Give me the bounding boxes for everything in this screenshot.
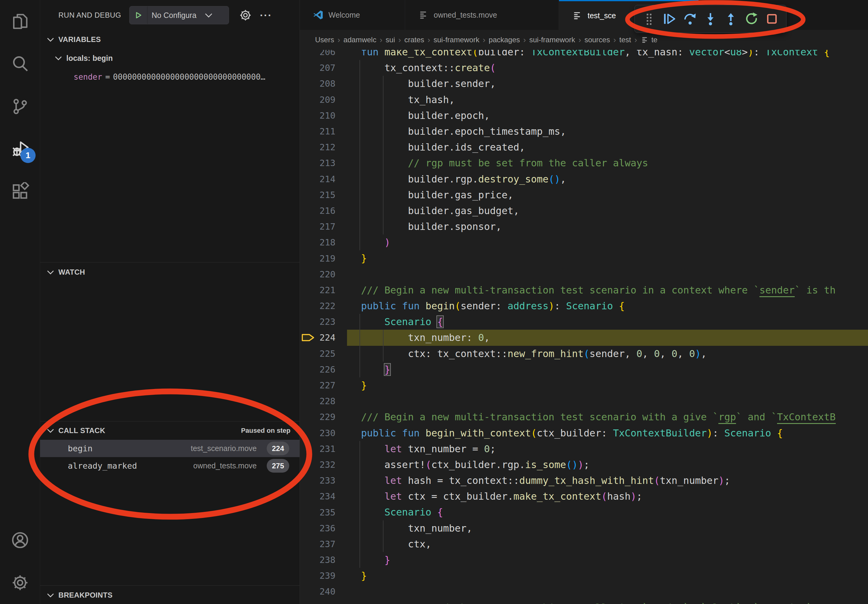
line-number[interactable]: 234	[320, 491, 347, 502]
step-into-button[interactable]	[701, 9, 720, 28]
line-number[interactable]: 238	[320, 555, 347, 565]
line-content[interactable]: /// Begin a new multi-transaction test s…	[347, 282, 868, 298]
line-content[interactable]: ctx,	[347, 536, 868, 552]
step-out-button[interactable]	[721, 9, 740, 28]
call-stack-frame[interactable]: begintest_scenario.move224	[40, 440, 299, 457]
toolbar-drag-handle[interactable]	[640, 9, 659, 28]
line-content[interactable]: builder.ids_created,	[347, 139, 868, 155]
breadcrumb-item[interactable]: sui-framework	[529, 36, 575, 44]
line-content[interactable]: /// Creates and shares system objects, a…	[347, 600, 868, 604]
line-number[interactable]: 211	[320, 126, 347, 136]
breadcrumb-item[interactable]: sui-framework	[433, 36, 479, 44]
step-over-button[interactable]	[680, 9, 699, 28]
line-number[interactable]: 218	[320, 237, 347, 248]
line-content[interactable]: public fun begin(sender: address): Scena…	[347, 298, 868, 314]
line-content[interactable]: /// Begin a new multi-transaction test s…	[347, 409, 868, 425]
breadcrumb-item[interactable]: adamwelc	[343, 36, 376, 44]
variables-scope-row[interactable]: locals: begin	[40, 49, 299, 68]
line-number[interactable]: 209	[320, 94, 347, 105]
line-content[interactable]: builder.sender,	[347, 76, 868, 91]
variables-section-header[interactable]: VARIABLES	[40, 30, 299, 49]
continue-button[interactable]	[660, 9, 679, 28]
line-content[interactable]: ctx: tx_context::new_from_hint(sender, 0…	[347, 346, 868, 362]
line-number[interactable]: 229	[320, 412, 347, 422]
activity-item-settings[interactable]	[0, 561, 40, 604]
line-number[interactable]: 231	[320, 444, 347, 454]
line-content[interactable]: let txn_number = 0;	[347, 441, 868, 457]
line-number[interactable]: 226	[320, 364, 347, 375]
line-number[interactable]: 236	[320, 523, 347, 533]
line-content[interactable]: tx_hash,	[347, 92, 868, 108]
line-content[interactable]: }	[347, 568, 868, 584]
line-number[interactable]: 215	[320, 190, 347, 200]
line-number[interactable]: 240	[320, 586, 347, 597]
breadcrumb-item[interactable]: crates	[404, 36, 424, 44]
start-debug-icon[interactable]	[130, 6, 147, 24]
line-content[interactable]: }	[347, 552, 868, 568]
line-content[interactable]: builder.epoch,	[347, 108, 868, 124]
call-stack-section-header[interactable]: CALL STACK Paused on step	[40, 421, 299, 440]
activity-item-source-control[interactable]	[0, 85, 40, 128]
tab-owned-tests-move[interactable]: owned_tests.move	[405, 0, 559, 30]
line-content[interactable]: }	[347, 250, 868, 266]
watch-section-header[interactable]: WATCH	[40, 262, 299, 282]
line-content[interactable]	[347, 393, 868, 409]
line-number[interactable]: 232	[320, 460, 347, 470]
line-number[interactable]: 220	[320, 269, 347, 279]
line-number[interactable]: 239	[320, 570, 347, 581]
line-content[interactable]: Scenario {	[347, 504, 868, 520]
line-content[interactable]: }	[347, 362, 868, 378]
line-content[interactable]: }	[347, 378, 868, 393]
line-content[interactable]: builder.sponsor,	[347, 219, 868, 234]
line-number[interactable]: 212	[320, 142, 347, 152]
line-number[interactable]: 222	[320, 301, 347, 311]
line-number[interactable]: 225	[320, 348, 347, 359]
line-content[interactable]: let hash = tx_context::dummy_tx_hash_wit…	[347, 472, 868, 488]
line-number[interactable]: 207	[320, 63, 347, 73]
line-content[interactable]: builder.gas_price,	[347, 187, 868, 203]
line-number[interactable]: 210	[320, 110, 347, 121]
activity-item-accounts[interactable]	[0, 519, 40, 561]
line-content[interactable]: Scenario {	[347, 314, 868, 330]
breadcrumb-item[interactable]: sui	[386, 36, 395, 44]
line-number[interactable]: 208	[320, 79, 347, 89]
line-number[interactable]: 230	[320, 428, 347, 438]
activity-item-search[interactable]	[0, 43, 40, 85]
line-number[interactable]: 221	[320, 285, 347, 295]
line-number[interactable]: 223	[320, 317, 347, 327]
line-number[interactable]: 228	[320, 396, 347, 406]
line-number[interactable]: 235	[320, 507, 347, 517]
line-content[interactable]: public fun begin_with_context(ctx_builde…	[347, 425, 868, 441]
code-editor[interactable]: 206fun make_tx_context(builder: TxContex…	[300, 44, 868, 604]
line-content[interactable]: )	[347, 234, 868, 250]
line-number[interactable]: 241	[320, 602, 347, 604]
line-number[interactable]: 227	[320, 380, 347, 390]
line-number[interactable]: 233	[320, 475, 347, 486]
breadcrumb-item[interactable]: packages	[489, 36, 520, 44]
line-content[interactable]: builder.gas_budget,	[347, 203, 868, 219]
call-stack-frame[interactable]: already_markedowned_tests.move275	[40, 457, 299, 474]
stop-button[interactable]	[763, 9, 781, 28]
tab-welcome[interactable]: Welcome	[300, 0, 405, 30]
activity-item-run-and-debug[interactable]: 1	[0, 128, 40, 170]
line-content[interactable]: let ctx = ctx_builder.make_tx_context(ha…	[347, 488, 868, 504]
line-number[interactable]: 213	[320, 158, 347, 168]
line-number[interactable]: 214	[320, 174, 347, 184]
debug-config-dropdown[interactable]: No Configura	[129, 6, 229, 24]
line-content[interactable]: builder.epoch_timestamp_ms,	[347, 124, 868, 139]
breadcrumb-file[interactable]: te	[640, 36, 657, 44]
line-content[interactable]: builder.rgp.destroy_some(),	[347, 171, 868, 187]
variable-row[interactable]: sender=0000000000000000000000000000000…	[40, 68, 299, 87]
restart-button[interactable]	[742, 9, 761, 28]
activity-item-explorer[interactable]	[0, 0, 40, 43]
breakpoints-section-header[interactable]: BREAKPOINTS	[40, 586, 299, 604]
line-content[interactable]	[347, 584, 868, 599]
line-content[interactable]: txn_number: 0,	[347, 330, 868, 345]
debug-settings-gear-icon[interactable]	[239, 9, 252, 22]
line-number[interactable]: 224	[320, 332, 347, 343]
line-number[interactable]: 219	[320, 253, 347, 264]
line-number[interactable]: 217	[320, 221, 347, 232]
line-content[interactable]: tx_context::create(	[347, 60, 868, 76]
line-content[interactable]	[347, 266, 868, 282]
line-number[interactable]: 237	[320, 539, 347, 549]
